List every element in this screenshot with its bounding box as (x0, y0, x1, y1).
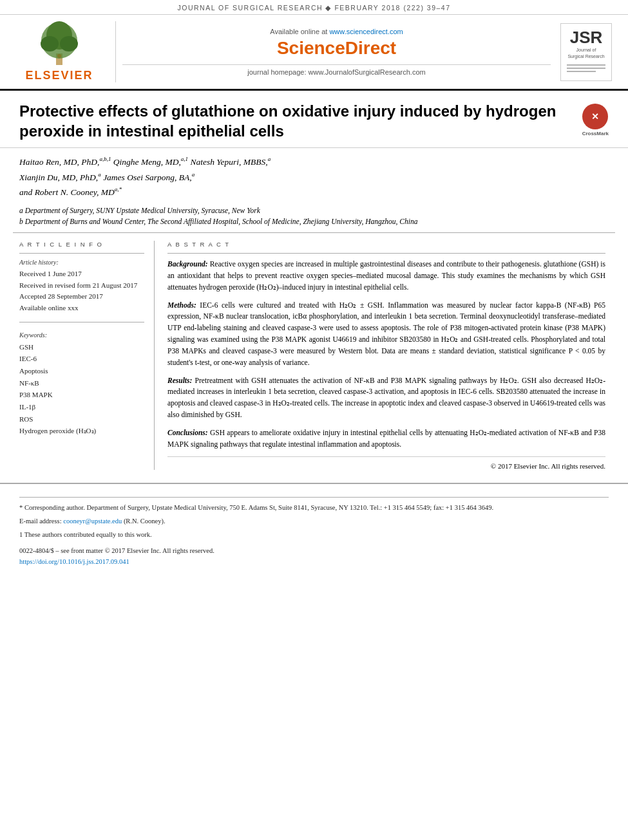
abstract-section-title: A B S T R A C T (167, 241, 605, 248)
crossmark-badge[interactable]: ✕ CrossMark (582, 104, 609, 137)
header-area: ELSEVIER Available online at www.science… (0, 15, 628, 91)
jsr-decoration-icon (567, 62, 605, 75)
keyword-il1b: IL-1β (19, 401, 144, 413)
article-info-column: A R T I C L E I N F O Article history: R… (13, 241, 155, 470)
elsevier-logo: ELSEVIER (13, 21, 116, 82)
abstract-results: Results: Pretreatment with GSH attenuate… (167, 375, 605, 421)
keyword-nfkb: NF-κB (19, 377, 144, 389)
available-online-text: Available online at www.sciencedirect.co… (270, 28, 403, 35)
doi-copyright: 0022-4804/$ – see front matter © 2017 El… (19, 546, 609, 557)
email-link[interactable]: cooneyr@upstate.edu (63, 518, 122, 525)
elsevier-tree-icon (30, 21, 88, 66)
abstract-background: Background: Reactive oxygen species are … (167, 259, 605, 293)
affiliation-b: b Department of Burns and Wound Center, … (19, 216, 609, 227)
sciencedirect-logo: ScienceDirect (277, 38, 396, 59)
elsevier-brand: ELSEVIER (25, 69, 93, 82)
keyword-p38mapk: P38 MAPK (19, 389, 144, 401)
affiliation-a: a Department of Surgery, SUNY Upstate Me… (19, 205, 609, 216)
header-center: Available online at www.sciencedirect.co… (122, 21, 551, 82)
doi-link-line: https://doi.org/10.1016/j.jss.2017.09.04… (19, 557, 609, 568)
article-history-title: Article history: (19, 259, 144, 266)
author-yepuri: Natesh Yepuri, MBBS, (190, 157, 267, 167)
abstract-column: A B S T R A C T Background: Reactive oxy… (155, 241, 615, 470)
equal-contribution-note: 1 These authors contributed equally to t… (19, 530, 609, 541)
author-cooney-sup: a,* (115, 186, 122, 192)
top-bar: JOURNAL OF SURGICAL RESEARCH ◆ FEBRUARY … (0, 0, 628, 15)
svg-point-4 (60, 36, 78, 51)
author-sarpong: James Osei Sarpong, BA, (103, 172, 192, 182)
article-title-text: Protective effects of glutathione on oxi… (19, 101, 576, 141)
author-du-sup: a (98, 171, 101, 178)
svg-point-5 (57, 54, 61, 58)
corresponding-author-note: * Corresponding author. Department of Su… (19, 503, 609, 514)
doi-link[interactable]: https://doi.org/10.1016/j.jss.2017.09.04… (19, 558, 129, 565)
author-ren: Haitao Ren, MD, PhD, (19, 157, 99, 167)
keywords-title: Keywords: (19, 331, 144, 339)
keyword-h2o2: Hydrogen peroxide (H₂O₂) (19, 425, 144, 437)
conclusions-label: Conclusions: (167, 429, 208, 436)
authors-section: Haitao Ren, MD, PhD,a,b,1 Qinghe Meng, M… (0, 148, 628, 232)
conclusions-text: GSH appears to ameliorate oxidative inju… (167, 429, 605, 448)
jsr-letters: JSR (570, 29, 603, 46)
received-revised-date: Received in revised form 21 August 2017 (19, 280, 144, 292)
author-sarpong-sup: a (192, 171, 195, 178)
keyword-gsh: GSH (19, 341, 144, 353)
article-info-section-title: A R T I C L E I N F O (19, 241, 144, 248)
author-cooney: and Robert N. Cooney, MD (19, 187, 115, 197)
keyword-ros: ROS (19, 413, 144, 425)
author-du: Xianjin Du, MD, PhD, (19, 172, 98, 182)
author-meng-sup: a,1 (181, 156, 188, 162)
journal-homepage: journal homepage: www.JournalofSurgicalR… (122, 64, 551, 76)
jsr-subtitle: Journal ofSurgical Research (567, 47, 604, 59)
background-label: Background: (167, 260, 208, 268)
accepted-date: Accepted 28 September 2017 (19, 291, 144, 303)
footnotes-section: * Corresponding author. Department of Su… (0, 483, 628, 577)
journal-citation: JOURNAL OF SURGICAL RESEARCH ◆ FEBRUARY … (177, 4, 450, 12)
methods-label: Methods: (167, 301, 196, 309)
title-section: Protective effects of glutathione on oxi… (0, 91, 628, 148)
email-line: E-mail address: cooneyr@upstate.edu (R.N… (19, 516, 609, 527)
background-text: Reactive oxygen species are increased in… (167, 260, 605, 291)
results-text: Pretreatment with GSH attenuates the act… (167, 377, 605, 418)
received-date: Received 1 June 2017 (19, 268, 144, 280)
abstract-methods: Methods: IEC-6 cells were cultured and t… (167, 300, 605, 369)
divider-abstract (167, 253, 605, 254)
email-label: E-mail address: (19, 518, 62, 525)
author-yepuri-sup: a (268, 156, 271, 162)
jsr-logo: JSR Journal ofSurgical Research (557, 21, 615, 82)
author-ren-sup: a,b,1 (99, 156, 111, 162)
results-label: Results: (167, 377, 192, 384)
sciencedirect-url[interactable]: www.sciencedirect.com (329, 28, 403, 35)
divider-1 (19, 253, 144, 254)
footnotes-divider (19, 497, 609, 498)
abstract-conclusions: Conclusions: GSH appears to ameliorate o… (167, 427, 605, 451)
available-online: Available online xxx (19, 303, 144, 314)
author-meng: Qinghe Meng, MD, (113, 157, 181, 167)
copyright-line: © 2017 Elsevier Inc. All rights reserved… (167, 456, 605, 470)
keyword-iec6: IEC-6 (19, 353, 144, 365)
keyword-apoptosis: Apoptosis (19, 365, 144, 377)
divider-2 (19, 322, 144, 322)
svg-point-3 (41, 36, 59, 51)
methods-text: IEC-6 cells were cultured and treated wi… (167, 301, 605, 366)
email-name: (R.N. Cooney). (124, 518, 166, 525)
crossmark-icon: ✕ (591, 111, 599, 122)
